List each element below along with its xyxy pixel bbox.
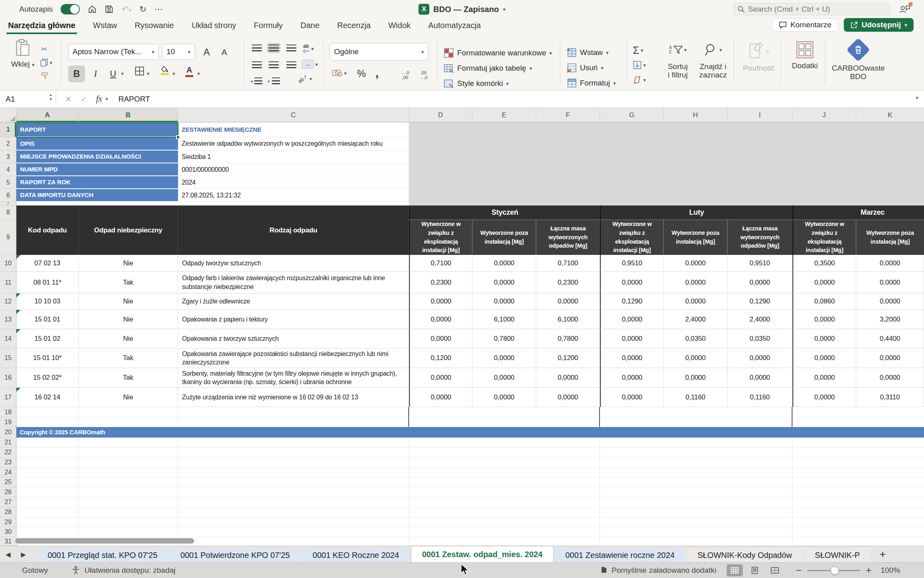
cell-value[interactable]: 0,9510: [600, 255, 664, 272]
empty-cells[interactable]: [409, 468, 600, 477]
addins-button[interactable]: Dodatki: [787, 41, 823, 70]
borders-button[interactable]: [135, 66, 144, 76]
carboowaste-bdo-button[interactable]: CARBOOwasteBDO: [831, 39, 886, 81]
cell-value[interactable]: 0,0000: [856, 272, 924, 293]
empty-cells[interactable]: [792, 458, 924, 468]
font-name-select[interactable]: Aptos Narrow (Tek...▾: [68, 44, 159, 60]
empty-cells[interactable]: [178, 448, 409, 458]
name-box-spinner-icon[interactable]: ▲▼: [49, 93, 53, 101]
empty-cells[interactable]: [600, 487, 792, 497]
cell-value[interactable]: 0,0000: [727, 348, 792, 368]
cell-value[interactable]: 0,7800: [472, 329, 536, 348]
tab-narzedzia-glowne[interactable]: Narzędzia główne: [6, 21, 77, 34]
cell-value[interactable]: 0,0000: [536, 368, 600, 388]
cell-value[interactable]: 0,0350: [727, 329, 792, 348]
empty-cells[interactable]: [178, 487, 409, 497]
empty-cells[interactable]: [792, 407, 924, 417]
month-header-marzec[interactable]: Marzec: [792, 206, 924, 220]
cell-hazard[interactable]: Nie: [79, 310, 178, 329]
empty-cells[interactable]: [792, 438, 924, 448]
empty-cells[interactable]: [79, 477, 178, 487]
subheader-outside-mar[interactable]: Wytworzone poza instalacją [Mg]: [856, 220, 924, 255]
column-header-e[interactable]: E: [472, 108, 536, 122]
month-header-styczen[interactable]: Styczeń: [409, 206, 600, 220]
empty-cells[interactable]: [409, 202, 924, 206]
info-label-cell[interactable]: RAPORT ZA ROK: [16, 176, 178, 189]
cell-value[interactable]: 0,0000: [792, 272, 856, 293]
addins-loaded-status[interactable]: Pomyślnie załadowano dodatki: [600, 566, 716, 575]
row-header-3[interactable]: 3: [0, 151, 16, 163]
info-value-cell[interactable]: 2024: [178, 176, 409, 189]
page-layout-view-button[interactable]: [747, 564, 763, 576]
copy-button[interactable]: ▾: [40, 58, 53, 67]
column-header-h[interactable]: H: [664, 108, 727, 122]
empty-cells[interactable]: [178, 477, 409, 487]
cell-hazard[interactable]: Nie: [79, 293, 178, 310]
cell-type[interactable]: Zgary i żużle odlewnicze: [178, 293, 409, 310]
formula-bar-expand-icon[interactable]: ▾: [916, 95, 918, 100]
row-header-6[interactable]: 6: [0, 189, 16, 202]
enter-icon[interactable]: ✓: [81, 94, 87, 104]
empty-cells[interactable]: [409, 527, 600, 537]
save-icon[interactable]: [105, 5, 113, 14]
cell-code[interactable]: 15 01 01: [16, 310, 79, 329]
tab-rysowanie[interactable]: Rysowanie: [133, 21, 176, 34]
empty-cells[interactable]: [600, 537, 792, 546]
row-header-23[interactable]: 23: [0, 458, 16, 468]
cell-value[interactable]: 0,0000: [792, 388, 856, 407]
tab-automatyzacja[interactable]: Automatyzacja: [427, 21, 482, 34]
add-sheet-button[interactable]: +: [872, 546, 893, 562]
cell-value[interactable]: 0,0000: [409, 293, 472, 310]
cell-value[interactable]: 0,0000: [727, 272, 792, 293]
empty-cells[interactable]: [178, 527, 409, 537]
empty-cells[interactable]: [409, 417, 600, 427]
cell-value[interactable]: 0,0000: [664, 368, 727, 388]
home-icon[interactable]: [88, 5, 97, 14]
zoom-slider[interactable]: [807, 570, 860, 571]
cell-value[interactable]: 0,0000: [472, 293, 536, 310]
increase-decimal-icon[interactable]: ←,0,00: [401, 70, 409, 80]
horizontal-scrollbar[interactable]: [15, 538, 194, 543]
subheader-produced-mar[interactable]: Wytworzone w związku z eksploatacją inst…: [792, 220, 856, 255]
info-label-cell[interactable]: DATA IMPORTU DANYCH: [16, 189, 178, 202]
cell-value[interactable]: 0,0000: [792, 310, 856, 329]
empty-cells[interactable]: [16, 527, 79, 537]
cell-hazard[interactable]: Nie: [79, 329, 178, 348]
cell-type[interactable]: Opakowania z papieru i tektury: [178, 310, 409, 329]
empty-cells[interactable]: [409, 122, 924, 137]
next-sheet-icon[interactable]: ▶: [21, 551, 26, 558]
empty-cells[interactable]: [16, 517, 79, 527]
cell-code[interactable]: 08 01 11*: [16, 272, 79, 293]
cell-value[interactable]: 0,7100: [536, 255, 600, 272]
cell-code[interactable]: 15 02 02*: [16, 368, 79, 388]
empty-cells[interactable]: [409, 438, 600, 448]
cell-value[interactable]: 0,2300: [409, 272, 472, 293]
cell-code[interactable]: 15 01 02: [16, 329, 79, 348]
cell-value[interactable]: 0,2300: [536, 272, 600, 293]
align-middle-icon[interactable]: [267, 43, 280, 53]
zoom-in-icon[interactable]: +: [866, 565, 871, 576]
cell-value[interactable]: 0,1200: [536, 348, 600, 368]
cell-value[interactable]: 3,2000: [856, 310, 924, 329]
empty-cells[interactable]: [600, 458, 792, 468]
row-header-30[interactable]: 30: [0, 527, 16, 537]
orientation-button[interactable]: ab↗ ▾: [298, 76, 312, 82]
cell-value[interactable]: 0,0000: [792, 329, 856, 348]
empty-cells[interactable]: [16, 477, 79, 487]
empty-cells[interactable]: [600, 468, 792, 477]
cell-type[interactable]: Zużyte urządzenia inne niż wymienione w …: [178, 388, 409, 407]
cell-code[interactable]: 10 10 03: [16, 293, 79, 310]
cell-value[interactable]: 0,0000: [664, 272, 727, 293]
empty-cells[interactable]: [409, 163, 924, 176]
comments-button[interactable]: Komentarze: [772, 18, 838, 32]
empty-cells[interactable]: [79, 407, 178, 417]
row-header-25[interactable]: 25: [0, 477, 16, 487]
borders-chevron-icon[interactable]: ▾: [147, 71, 150, 76]
wrap-text-button[interactable]: abc↩ ▾: [303, 44, 314, 53]
row-header-9[interactable]: 9: [0, 220, 16, 255]
empty-cells[interactable]: [600, 507, 792, 517]
cell-value[interactable]: 0,0000: [409, 329, 472, 348]
tab-uklad-strony[interactable]: Układ strony: [190, 21, 238, 34]
fill-button[interactable]: ▾: [633, 61, 646, 69]
row-header-20[interactable]: 20: [0, 427, 16, 438]
